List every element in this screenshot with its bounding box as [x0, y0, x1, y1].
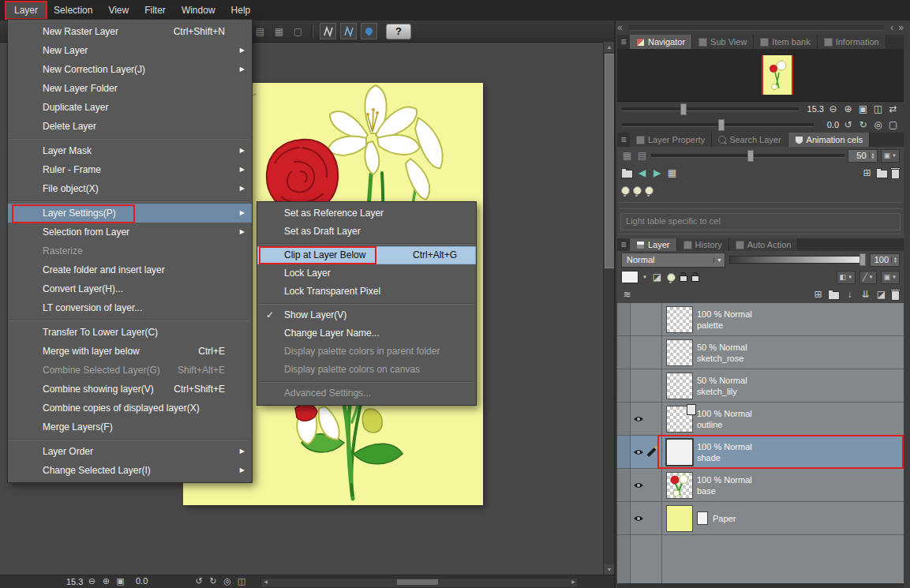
layer-opacity-spinner[interactable]: 100 ▲▼ [870, 253, 900, 267]
menuitem-transfer-to-lower-layer[interactable]: Transfer To Lower Layer(C) [8, 323, 252, 342]
menuitem-change-layer-name[interactable]: Change Layer Name... [257, 324, 476, 343]
rotate-right-icon[interactable]: ↻ [857, 119, 869, 130]
selection-launcher-icon[interactable]: ▤ [253, 24, 268, 39]
help-button[interactable]: ? [386, 24, 411, 39]
new-raster-layer-icon[interactable]: ⊞ [812, 289, 824, 300]
horizontal-scroll-thumb[interactable] [397, 579, 438, 585]
layer-visibility-cell[interactable] [631, 469, 662, 501]
panel-drag-handle[interactable] [629, 25, 885, 31]
layer-visibility-cell[interactable] [631, 403, 662, 435]
menuitem-new-layer[interactable]: New Layer ▶ [8, 41, 252, 60]
menuitem-set-as-reference-layer[interactable]: Set as Reference Layer [257, 204, 476, 223]
menuitem-change-selected-layer[interactable]: Change Selected Layer(I) ▶ [8, 461, 252, 480]
new-layer-folder-icon[interactable] [828, 291, 840, 300]
canvas-horizontal-scrollbar[interactable]: ◀ ▶ [260, 578, 579, 588]
ink-droplet-icon[interactable] [361, 23, 377, 39]
zoom-in-icon[interactable]: ⊕ [842, 103, 854, 114]
light-table-icon[interactable] [621, 186, 630, 195]
eye-icon[interactable] [633, 448, 644, 456]
new-cel-folder-icon[interactable] [876, 170, 888, 178]
previous-cel-icon[interactable]: ◀ [636, 167, 648, 178]
panel-menu-icon[interactable]: ≡ [617, 238, 630, 251]
rotate-slider-thumb[interactable] [718, 119, 725, 131]
menuitem-new-layer-folder[interactable]: New Layer Folder [8, 79, 252, 98]
layer-visibility-cell[interactable] [631, 436, 662, 468]
menuitem-lt-conversion[interactable]: LT conversion of layer... [8, 298, 252, 317]
tab-history[interactable]: History [677, 238, 729, 251]
canvas-vertical-scrollbar[interactable]: ▲ ▼ [603, 42, 615, 575]
light-table-opacity-spinner[interactable]: 50 ▲▼ [848, 149, 878, 163]
tab-navigator[interactable]: Navigator [630, 35, 692, 49]
reset-rotation-icon[interactable]: ◎ [222, 576, 233, 586]
rotate-left-icon[interactable]: ↺ [193, 576, 204, 586]
scroll-up-icon[interactable]: ▲ [604, 42, 615, 52]
menuitem-selection-from-layer[interactable]: Selection from Layer ▶ [8, 223, 252, 242]
menu-layer[interactable]: Layer [6, 2, 46, 18]
palette-color-combo[interactable]: ▣ ▼ [881, 271, 900, 284]
menuitem-ruler-frame[interactable]: Ruler - Frame ▶ [8, 160, 252, 179]
expression-color-icon[interactable]: ≋ [621, 289, 633, 300]
rotate-right-icon[interactable]: ↻ [208, 576, 219, 586]
menuitem-create-folder-insert-layer[interactable]: Create folder and insert layer [8, 260, 252, 279]
layer-visibility-cell[interactable] [631, 336, 662, 369]
tab-layer-property[interactable]: Layer Property [630, 133, 712, 147]
menu-help[interactable]: Help [223, 2, 259, 18]
blend-mode-combo[interactable]: Normal ▼ [621, 253, 725, 268]
menuitem-duplicate-layer[interactable]: Duplicate Layer [8, 98, 252, 117]
menuitem-lock-layer[interactable]: Lock Layer [257, 264, 476, 283]
layer-row-paper[interactable]: Paper [617, 502, 904, 535]
cel-folder-icon[interactable] [621, 170, 633, 178]
panel-menu-icon[interactable]: ≡ [617, 133, 630, 147]
layer-row-sketch-lily[interactable]: 50 % Normal sketch_lily [617, 369, 904, 403]
dropdown-icon[interactable]: ▼ [642, 275, 647, 279]
menuitem-layer-mask[interactable]: Layer Mask ▶ [8, 141, 252, 160]
merge-with-layer-below-icon[interactable]: ⇊ [859, 289, 871, 300]
reset-rotation-icon[interactable]: ◎ [872, 119, 884, 130]
cel-grid-icon[interactable]: ▦ [621, 150, 633, 161]
ruler-display-combo[interactable]: ╱ ▼ [859, 271, 876, 284]
menuitem-new-correction-layer[interactable]: New Correction Layer(J) ▶ [8, 60, 252, 79]
zoom-in-icon[interactable]: ⊕ [100, 576, 111, 586]
spinner-down-icon[interactable]: ▼ [871, 155, 875, 159]
layer-row-palette[interactable]: 100 % Normal palette [617, 303, 904, 336]
create-layer-mask-icon[interactable]: ◪ [875, 289, 887, 300]
navigator-view-frame[interactable] [762, 55, 793, 95]
menuitem-layer-order[interactable]: Layer Order ▶ [8, 442, 252, 461]
lock-transparent-pixel-icon[interactable] [691, 275, 699, 282]
new-cel-icon[interactable]: ⊞ [861, 167, 873, 178]
fit-screen-icon[interactable]: ◫ [872, 103, 884, 114]
light-table-next-icon[interactable] [645, 186, 653, 195]
menu-window[interactable]: Window [174, 2, 223, 18]
layer-row-base[interactable]: 100 % Normal base [617, 469, 904, 502]
light-table-opacity-slider[interactable] [651, 154, 844, 158]
menuitem-combine-copies-displayed[interactable]: Combine copies of displayed layer(X) [8, 399, 252, 418]
menuitem-merge-with-layer-below[interactable]: Merge with layer below Ctrl+E [8, 342, 252, 361]
actual-size-icon[interactable]: ▣ [114, 576, 125, 586]
grid-toggle-icon[interactable]: ▦ [272, 24, 286, 39]
tab-sub-view[interactable]: Sub View [692, 35, 754, 49]
menuitem-layer-settings[interactable]: Layer Settings(P) ▶ [8, 204, 252, 223]
navigator-preview[interactable] [617, 49, 904, 102]
menuitem-set-as-draft-layer[interactable]: Set as Draft Layer [257, 223, 476, 241]
layer-visibility-cell[interactable] [631, 502, 662, 534]
delete-layer-icon[interactable] [891, 290, 900, 301]
transfer-to-lower-layer-icon[interactable]: ↓ [844, 289, 856, 300]
snap-grid-icon[interactable]: ▢ [290, 24, 305, 39]
tab-information[interactable]: Information [818, 35, 886, 49]
fit-screen-icon[interactable]: ◫ [236, 576, 247, 586]
chevron-double-icon[interactable]: » [898, 22, 904, 33]
layer-mask-icon[interactable]: ◪ [651, 272, 663, 283]
layer-row-outline[interactable]: 100 % Normal outline [617, 403, 904, 436]
layer-list-empty-area[interactable] [617, 535, 904, 583]
rotate-left-icon[interactable]: ↺ [842, 119, 854, 130]
onion-skin-combo[interactable]: ▣ ▼ [881, 149, 900, 163]
menu-view[interactable]: View [100, 2, 137, 18]
menuitem-convert-layer[interactable]: Convert Layer(H)... [8, 279, 252, 298]
lock-layer-icon[interactable] [680, 275, 687, 282]
cel-grid-view-icon[interactable]: ▦ [666, 167, 678, 178]
tab-animation-cels[interactable]: Animation cels [788, 133, 871, 147]
zoom-slider-thumb[interactable] [680, 103, 687, 115]
zoom-out-icon[interactable]: ⊖ [827, 103, 839, 114]
layer-opacity-thumb[interactable] [859, 253, 866, 266]
eye-icon[interactable] [633, 515, 644, 522]
